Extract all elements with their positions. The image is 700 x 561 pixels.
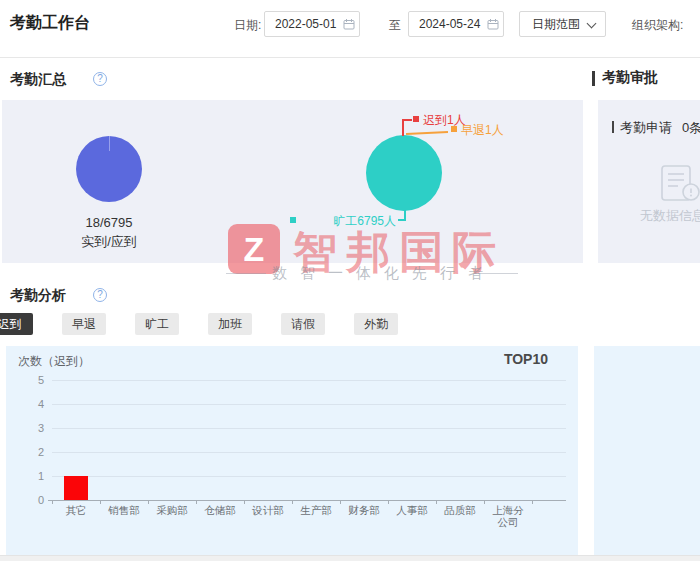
date-to-input[interactable]: [408, 11, 504, 37]
summary-help-icon[interactable]: ?: [93, 72, 107, 86]
chart-x-tickmark: [532, 500, 533, 504]
attendance-pie-chart: [76, 136, 142, 202]
attendance-pie-label: 实到/应到: [49, 233, 169, 251]
chart-x-tickmark: [388, 500, 389, 504]
late-legend-marker: [413, 116, 419, 122]
early-leave-label: 早退1人: [461, 122, 504, 139]
chart-x-category-text: 品质部: [444, 505, 476, 517]
chart-ytick-label: 1: [14, 470, 44, 482]
chart-title: 次数（迟到）: [18, 353, 90, 370]
chart-x-category-text: 上海分公司: [490, 505, 526, 528]
approval-title-bar: [592, 71, 595, 86]
status-pie-chart: [366, 135, 442, 211]
chart-ytick-label: 0: [14, 494, 44, 506]
summary-section-title: 考勤汇总: [10, 71, 66, 89]
watermark-line: [226, 273, 266, 274]
late-label: 迟到1人: [423, 112, 466, 129]
approval-item-count: 0条: [682, 119, 700, 137]
chart-x-tickmark: [292, 500, 293, 504]
late-leader-line: [402, 119, 404, 136]
analysis-section-title: 考勤分析: [10, 287, 66, 305]
tab-旷工[interactable]: 旷工: [135, 313, 179, 335]
no-data-icon: [658, 164, 700, 204]
chart-x-tickmark: [484, 500, 485, 504]
chart-ytick-label: 5: [14, 374, 44, 386]
chart-x-tickmark: [52, 500, 53, 504]
date-from-input[interactable]: [264, 11, 360, 37]
chart-x-tickmark: [340, 500, 341, 504]
chart-ytick-label: 3: [14, 422, 44, 434]
absent-label: 旷工6795人: [300, 213, 396, 230]
org-label: 组织架构:: [632, 17, 683, 34]
chart-x-tickmark: [436, 500, 437, 504]
chart-x-tickmark: [196, 500, 197, 504]
chart-x-category-label: 人事部: [388, 505, 436, 517]
approval-item-bar: [612, 121, 614, 133]
chart-x-category-label: 上海分公司: [484, 505, 532, 528]
early-leave-legend-marker: [451, 126, 457, 132]
approval-item-link[interactable]: 考勤申请: [620, 119, 672, 137]
tab-迟到[interactable]: 迟到: [0, 313, 33, 335]
chart-x-category-label: 财务部: [340, 505, 388, 517]
chart-top10-badge: TOP10: [448, 351, 548, 367]
watermark-line: [478, 273, 518, 274]
tab-早退[interactable]: 早退: [62, 313, 106, 335]
chart-x-tickmark: [100, 500, 101, 504]
chart-gridline: [52, 452, 566, 453]
chart-x-category-label: 生产部: [292, 505, 340, 517]
tab-加班[interactable]: 加班: [208, 313, 252, 335]
chart-x-category-text: 采购部: [156, 505, 188, 517]
date-range-select-value: 日期范围: [532, 17, 580, 31]
analysis-tabs: 迟到早退旷工加班请假外勤: [0, 313, 398, 335]
chart-x-category-text: 生产部: [300, 505, 332, 517]
chart-x-category-text: 设计部: [252, 505, 284, 517]
chart-x-tickmark: [148, 500, 149, 504]
chart-x-category-label: 设计部: [244, 505, 292, 517]
absent-leader-line: [398, 219, 406, 221]
chart-gridline: [52, 404, 566, 405]
watermark-slogan: 数智一体化先行者: [272, 264, 496, 283]
tab-外勤[interactable]: 外勤: [354, 313, 398, 335]
tab-请假[interactable]: 请假: [281, 313, 325, 335]
date-label: 日期:: [234, 17, 261, 34]
no-data-text: 无数据信息: [640, 207, 700, 225]
header-divider: [0, 57, 700, 58]
date-range-select[interactable]: 日期范围: [519, 11, 606, 37]
chart-x-category-text: 其它: [66, 505, 87, 517]
chart-x-axis: [48, 500, 566, 501]
page-title: 考勤工作台: [10, 13, 90, 34]
chart-x-category-text: 仓储部: [204, 505, 236, 517]
chart-x-category-text: 销售部: [108, 505, 140, 517]
chart-ytick-label: 4: [14, 398, 44, 410]
approval-section-title: 考勤审批: [602, 69, 658, 87]
chart-x-category-label: 销售部: [100, 505, 148, 517]
chart-bar: [64, 476, 88, 500]
chart-ytick-label: 2: [14, 446, 44, 458]
chart-gridline: [52, 428, 566, 429]
analysis-help-icon[interactable]: ?: [93, 288, 107, 302]
chevron-down-icon: [587, 19, 597, 29]
chart-x-tickmark: [244, 500, 245, 504]
chart-x-category-label: 品质部: [436, 505, 484, 517]
chart-gridline: [52, 380, 566, 381]
chart-x-category-text: 财务部: [348, 505, 380, 517]
absent-legend-marker: [290, 217, 296, 223]
late-leader-line: [402, 119, 412, 121]
chart-gridline: [52, 476, 566, 477]
side-panel: [594, 346, 700, 555]
chart-x-category-text: 人事部: [396, 505, 428, 517]
date-to-separator: 至: [389, 17, 401, 34]
chart-x-category-label: 其它: [52, 505, 100, 517]
chart-x-category-label: 采购部: [148, 505, 196, 517]
chart-x-category-label: 仓储部: [196, 505, 244, 517]
attendance-pie-value: 18/6795: [49, 215, 169, 230]
bottom-strip: [0, 555, 700, 561]
